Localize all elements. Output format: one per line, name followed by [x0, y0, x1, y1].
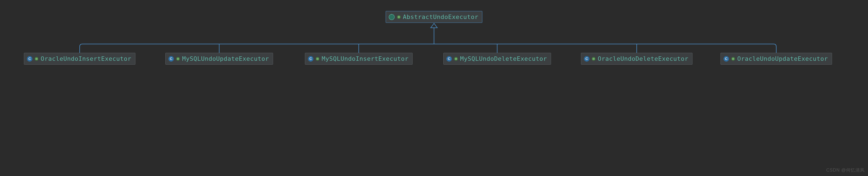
class-node-child[interactable]: C OracleUndoUpdateExecutor — [720, 53, 832, 65]
class-node-child[interactable]: C OracleUndoInsertExecutor — [24, 53, 135, 65]
visibility-icon — [731, 57, 735, 61]
class-icon: C — [723, 56, 729, 62]
diagram-stage: AbstractUndoExecutor C OracleUndoInsertE… — [0, 0, 868, 176]
visibility-icon — [397, 15, 401, 19]
class-icon: C — [168, 56, 174, 62]
class-name-label: OracleUndoUpdateExecutor — [737, 55, 828, 62]
class-icon: C — [446, 56, 452, 62]
interface-icon — [389, 14, 395, 20]
class-name-label: MySQLUndoInsertExecutor — [322, 55, 408, 62]
visibility-icon — [454, 57, 458, 61]
class-node-child[interactable]: C MySQLUndoDeleteExecutor — [443, 53, 551, 65]
class-icon: C — [584, 56, 589, 62]
class-node-parent[interactable]: AbstractUndoExecutor — [386, 11, 483, 23]
class-name-label: OracleUndoDeleteExecutor — [598, 55, 688, 62]
class-name-label: AbstractUndoExecutor — [403, 13, 478, 20]
class-node-child[interactable]: C OracleUndoDeleteExecutor — [581, 53, 692, 65]
class-node-child[interactable]: C MySQLUndoInsertExecutor — [305, 53, 412, 65]
class-name-label: MySQLUndoUpdateExecutor — [182, 55, 269, 62]
class-name-label: MySQLUndoDeleteExecutor — [460, 55, 547, 62]
visibility-icon — [592, 57, 595, 61]
visibility-icon — [176, 57, 180, 61]
watermark-right: CSDN @何忆清风 — [826, 168, 865, 173]
visibility-icon — [35, 57, 38, 61]
visibility-icon — [316, 57, 319, 61]
connector-lines — [0, 0, 868, 176]
class-node-child[interactable]: C MySQLUndoUpdateExecutor — [165, 53, 273, 65]
class-icon: C — [308, 56, 313, 62]
class-icon: C — [27, 56, 32, 62]
class-name-label: OracleUndoInsertExecutor — [41, 55, 131, 62]
